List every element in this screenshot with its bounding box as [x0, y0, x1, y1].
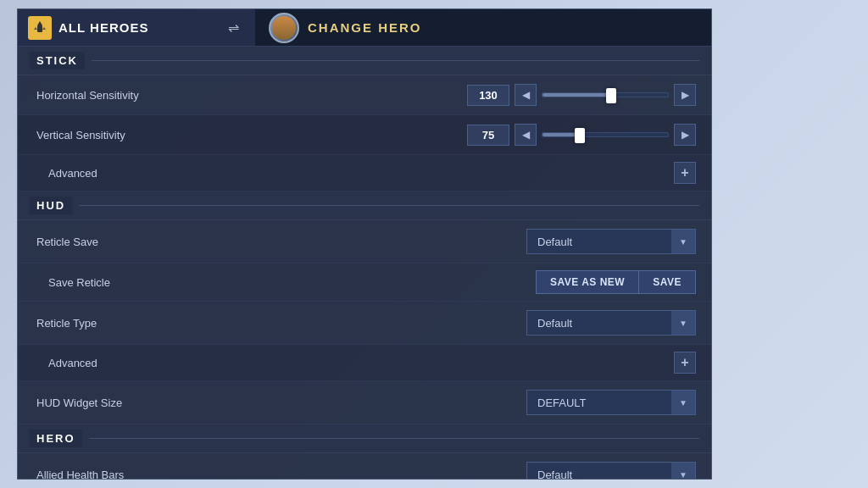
allied-health-value: Default: [527, 463, 671, 480]
stick-advanced-row: Advanced +: [18, 155, 711, 191]
reticle-save-dropdown[interactable]: Default ▼: [526, 229, 696, 254]
vertical-slider-track[interactable]: [542, 132, 669, 137]
hud-widget-value: DEFAULT: [527, 391, 671, 414]
allied-health-dropdown[interactable]: Default ▼: [526, 462, 696, 479]
hud-widget-label: HUD Widget Size: [33, 396, 526, 409]
allied-health-label: Allied Health Bars: [33, 469, 526, 480]
vertical-value-box: 75: [467, 125, 509, 146]
all-heroes-section[interactable]: ALL HEROES ⇌: [18, 9, 255, 46]
vertical-sensitivity-label: Vertical Sensitivity: [33, 129, 467, 141]
reticle-type-row: Reticle Type Default ▼: [18, 302, 711, 345]
reticle-type-dropdown[interactable]: Default ▼: [526, 310, 696, 336]
save-as-new-button[interactable]: SAVE AS NEW: [536, 270, 639, 294]
vertical-sensitivity-control: 75 ◀ ▶: [467, 124, 696, 146]
reticle-type-arrow-icon: ▼: [671, 311, 695, 335]
stick-advanced-label: Advanced: [33, 167, 674, 180]
horizontal-slider-fill: [542, 93, 611, 97]
horizontal-value-box: 130: [467, 85, 509, 106]
hero-label: HERO: [30, 430, 82, 447]
vertical-left-arrow[interactable]: ◀: [515, 124, 537, 146]
reticle-type-label: Reticle Type: [33, 317, 526, 330]
hud-section-header: HUD: [18, 191, 711, 220]
horizontal-right-arrow[interactable]: ▶: [674, 84, 696, 106]
content-area: STICK Horizontal Sensitivity 130 ◀ ▶ Ver…: [18, 47, 711, 479]
horizontal-sensitivity-label: Horizontal Sensitivity: [33, 89, 467, 102]
reticle-save-row: Reticle Save Default ▼: [18, 220, 711, 263]
hud-advanced-label: Advanced: [33, 357, 674, 369]
stick-line: [92, 60, 699, 61]
all-heroes-title: ALL HEROES: [58, 20, 148, 35]
change-hero-section[interactable]: CHANGE HERO: [255, 9, 711, 46]
horizontal-sensitivity-control: 130 ◀ ▶: [467, 84, 696, 106]
hero-icon: [28, 16, 52, 40]
horizontal-slider-track[interactable]: [542, 92, 669, 97]
swap-icon[interactable]: ⇌: [221, 16, 245, 40]
reticle-type-value: Default: [527, 312, 671, 335]
reticle-save-label: Reticle Save: [33, 236, 526, 248]
save-reticle-label: Save Reticle: [33, 276, 536, 289]
hud-widget-dropdown[interactable]: DEFAULT ▼: [526, 390, 696, 415]
hero-section-header: HERO: [18, 424, 711, 453]
vertical-sensitivity-row: Vertical Sensitivity 75 ◀ ▶: [18, 115, 711, 155]
allied-health-arrow-icon: ▼: [671, 463, 695, 479]
reticle-save-value: Default: [527, 230, 671, 253]
horizontal-slider-thumb[interactable]: [606, 88, 616, 103]
hud-widget-row: HUD Widget Size DEFAULT ▼: [18, 381, 711, 424]
reticle-save-arrow-icon: ▼: [671, 230, 695, 253]
change-hero-title: CHANGE HERO: [308, 20, 422, 35]
allied-health-row: Allied Health Bars Default ▼: [18, 453, 711, 479]
horizontal-left-arrow[interactable]: ◀: [515, 84, 537, 106]
hud-advanced-row: Advanced +: [18, 345, 711, 381]
hud-advanced-plus-btn[interactable]: +: [674, 352, 696, 374]
svg-rect-0: [37, 25, 42, 32]
hero-line: [89, 438, 699, 439]
stick-advanced-plus-btn[interactable]: +: [674, 162, 696, 184]
vertical-right-arrow[interactable]: ▶: [674, 124, 696, 146]
save-reticle-row: Save Reticle SAVE AS NEW SAVE: [18, 263, 711, 302]
hud-label: HUD: [30, 197, 72, 214]
header-bar: ALL HEROES ⇌ CHANGE HERO: [18, 9, 711, 47]
save-button[interactable]: SAVE: [639, 270, 696, 294]
horizontal-sensitivity-row: Horizontal Sensitivity 130 ◀ ▶: [18, 75, 711, 115]
hud-line: [79, 205, 699, 206]
vertical-slider-thumb[interactable]: [575, 128, 585, 143]
stick-label: STICK: [30, 52, 85, 69]
main-panel: ALL HEROES ⇌ CHANGE HERO STICK Horizonta…: [17, 8, 712, 480]
save-reticle-btn-group: SAVE AS NEW SAVE: [536, 270, 696, 294]
stick-section-header: STICK: [18, 47, 711, 75]
hud-widget-arrow-icon: ▼: [671, 391, 695, 414]
hero-avatar: [269, 13, 299, 43]
